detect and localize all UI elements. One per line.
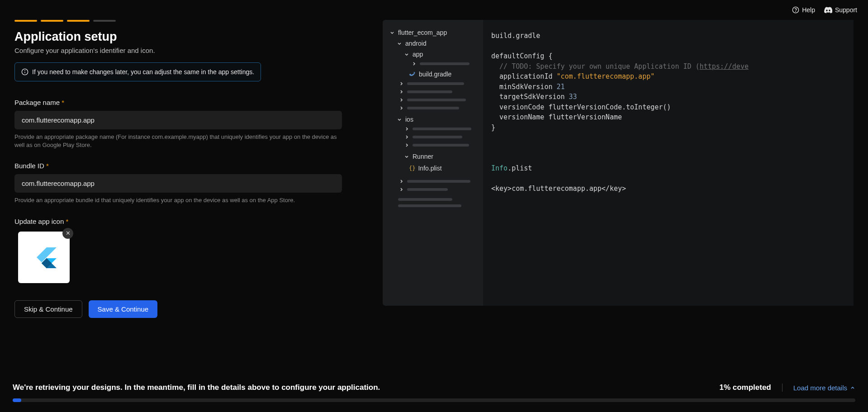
footer-progress-fill: [13, 398, 21, 402]
info-banner: If you need to make changes later, you c…: [14, 62, 261, 81]
tree-app[interactable]: app: [383, 49, 483, 60]
tree-build-gradle[interactable]: build.gradle: [383, 69, 483, 80]
chevron-right-icon: [411, 62, 417, 66]
package-name-input[interactable]: [14, 111, 342, 129]
tree-item[interactable]: [383, 125, 483, 133]
chevron-right-icon: [398, 187, 404, 192]
tree-item[interactable]: [383, 141, 483, 149]
chevron-right-icon: [398, 81, 404, 86]
tree-ios[interactable]: ios: [383, 114, 483, 125]
file-tree: flutter_ecom_app android app build.gradl…: [383, 20, 483, 306]
tree-item[interactable]: [383, 133, 483, 141]
chevron-down-icon: [396, 117, 403, 122]
step-2: [41, 20, 63, 22]
svg-point-1: [796, 11, 796, 12]
tree-item[interactable]: [383, 88, 483, 96]
tree-info-plist[interactable]: {} Info.plist: [383, 163, 483, 174]
step-1: [14, 20, 37, 22]
step-4: [93, 20, 116, 22]
tree-item[interactable]: [383, 104, 483, 112]
tree-item: [383, 203, 483, 209]
tree-item[interactable]: [383, 185, 483, 194]
chevron-down-icon: [403, 52, 410, 57]
bundle-id-label: Bundle ID *: [14, 162, 372, 170]
tree-runner[interactable]: Runner: [383, 151, 483, 162]
chevron-up-icon: [850, 385, 855, 390]
step-3: [67, 20, 90, 22]
footer-bar: We're retrieving your designs. In the me…: [0, 375, 868, 412]
load-more-button[interactable]: Load more details: [793, 384, 855, 392]
tree-item[interactable]: [383, 177, 483, 185]
package-name-helper: Provide an appropriate package name (For…: [14, 133, 342, 149]
chevron-down-icon: [389, 30, 395, 35]
remove-icon-button[interactable]: ✕: [62, 228, 73, 239]
tree-item[interactable]: [383, 60, 483, 68]
skip-button[interactable]: Skip & Continue: [14, 300, 82, 318]
chevron-right-icon: [398, 106, 404, 110]
support-link[interactable]: Support: [824, 6, 857, 14]
flutter-icon: [30, 241, 57, 274]
page-subtitle: Configure your application's identifier …: [14, 47, 372, 54]
tree-item[interactable]: [383, 96, 483, 104]
chevron-right-icon: [398, 90, 404, 94]
chevron-right-icon: [403, 143, 410, 147]
chevron-right-icon: [403, 135, 410, 139]
chevron-down-icon: [396, 41, 403, 46]
bundle-id-helper: Provide an appropriate bundle id that un…: [14, 196, 342, 204]
support-label: Support: [835, 6, 857, 14]
info-icon: [21, 68, 28, 76]
tree-root[interactable]: flutter_ecom_app: [383, 27, 483, 38]
form-panel: Application setup Configure your applica…: [14, 20, 372, 318]
chevron-right-icon: [403, 127, 410, 131]
footer-percentage: 1% completed: [719, 383, 771, 392]
code-preview: build.gradle defaultConfig { // TODO: Sp…: [483, 20, 854, 306]
help-label: Help: [802, 6, 815, 14]
package-name-label: Package name *: [14, 99, 372, 106]
page-title: Application setup: [14, 30, 372, 44]
footer-message: We're retrieving your designs. In the me…: [13, 383, 380, 392]
gradle-icon: [409, 71, 416, 78]
close-icon: ✕: [66, 230, 71, 237]
tree-item: [383, 196, 483, 203]
code-filename: Info.plist: [491, 163, 845, 174]
step-progress: [14, 20, 372, 22]
svg-point-4: [25, 71, 25, 71]
footer-progress-bar: [13, 398, 855, 402]
app-icon-preview[interactable]: ✕: [18, 232, 70, 283]
plist-icon: {}: [409, 165, 415, 171]
bundle-id-input[interactable]: [14, 174, 342, 193]
save-button[interactable]: Save & Continue: [89, 300, 158, 318]
info-text: If you need to make changes later, you c…: [32, 68, 254, 76]
discord-icon: [824, 7, 832, 13]
chevron-right-icon: [398, 179, 404, 184]
help-link[interactable]: Help: [792, 6, 815, 14]
code-filename: build.gradle: [491, 31, 845, 41]
chevron-down-icon: [403, 154, 410, 159]
help-icon: [792, 6, 799, 14]
app-icon-label: Update app icon *: [14, 218, 372, 225]
tree-item[interactable]: [383, 80, 483, 88]
chevron-right-icon: [398, 98, 404, 102]
tree-android[interactable]: android: [383, 38, 483, 49]
